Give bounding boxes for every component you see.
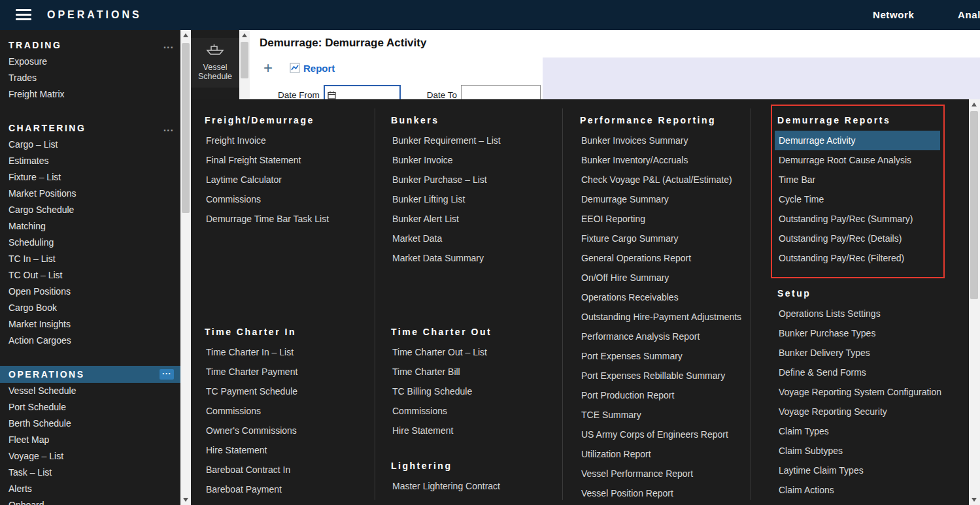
- menu-item[interactable]: Outstanding Pay/Rec (Details): [777, 229, 942, 248]
- menu-item[interactable]: Fixture Cargo Summary: [580, 229, 766, 248]
- menu-item[interactable]: Claim Actions: [777, 480, 942, 500]
- sidebar-item[interactable]: Exposure: [0, 54, 180, 70]
- sidebar-item[interactable]: Onboard: [0, 497, 180, 505]
- menu-item[interactable]: Bunker Requirement – List: [391, 131, 554, 150]
- section-more-icon[interactable]: ...: [163, 42, 174, 48]
- menu-item[interactable]: Bunker Purchase Types: [777, 323, 942, 343]
- menu-item[interactable]: Laytime Claim Types: [777, 461, 942, 480]
- menu-scrollbar[interactable]: [969, 99, 980, 505]
- scrollbar-thumb[interactable]: [241, 42, 248, 78]
- hamburger-icon[interactable]: [16, 9, 31, 21]
- scroll-up-icon[interactable]: [239, 30, 250, 41]
- menu-item[interactable]: US Army Corps of Engineers Report: [580, 425, 766, 444]
- menu-item[interactable]: Market Data: [391, 229, 554, 248]
- menu-item[interactable]: Vessel Position Report: [580, 483, 766, 503]
- menu-item[interactable]: Utilization Report: [580, 444, 766, 464]
- menu-item[interactable]: Voyage Reporting Security: [777, 402, 942, 421]
- sidebar-item[interactable]: Cargo – List: [0, 137, 180, 153]
- menu-item[interactable]: Bunker Lifting List: [391, 189, 554, 209]
- menu-item[interactable]: Bareboat Contract In: [205, 460, 368, 480]
- menu-item[interactable]: Cycle Time: [777, 189, 942, 209]
- menu-item[interactable]: Owner's Commissions: [205, 421, 368, 440]
- sidebar-item[interactable]: Trades: [0, 70, 180, 86]
- menu-item[interactable]: Bunker Alert List: [391, 209, 554, 229]
- sidebar-item[interactable]: Voyage – List: [0, 448, 180, 464]
- sidebar-item[interactable]: Estimates: [0, 153, 180, 169]
- sidebar-item[interactable]: Scheduling: [0, 235, 180, 251]
- menu-item[interactable]: Port Expenses Summary: [580, 346, 766, 366]
- sidebar-item[interactable]: Matching: [0, 218, 180, 235]
- menu-item[interactable]: Demurrage Time Bar Task List: [205, 209, 368, 229]
- menu-item[interactable]: Time Charter In – List: [205, 342, 368, 362]
- sidebar-item[interactable]: Cargo Book: [0, 300, 180, 316]
- menu-item[interactable]: Demurrage Activity: [775, 131, 940, 150]
- menu-item[interactable]: Bunker Inventory/Accruals: [580, 150, 766, 170]
- sidebar-item[interactable]: Alerts: [0, 481, 180, 497]
- scrollbar-thumb[interactable]: [970, 111, 978, 299]
- menu-item[interactable]: TC Billing Schedule: [391, 382, 554, 401]
- sidebar-item[interactable]: Cargo Schedule: [0, 202, 180, 218]
- menu-item[interactable]: EEOI Reporting: [580, 209, 766, 229]
- menu-item[interactable]: Final Freight Statement: [205, 150, 368, 170]
- menu-item[interactable]: Define & Send Forms: [777, 363, 942, 382]
- nav-network[interactable]: Network: [873, 0, 914, 30]
- menu-item[interactable]: Outstanding Pay/Rec (Summary): [777, 209, 942, 229]
- menu-item[interactable]: Commissions: [205, 401, 368, 421]
- menu-item[interactable]: Operations Receivables: [580, 287, 766, 307]
- add-button[interactable]: +: [263, 60, 273, 76]
- sidebar-item[interactable]: Vessel Schedule: [0, 383, 180, 399]
- scroll-up-icon[interactable]: [180, 30, 191, 41]
- menu-item[interactable]: Master Lightering Contract: [391, 476, 554, 496]
- menu-item[interactable]: Freight Invoice: [205, 131, 368, 150]
- menu-item[interactable]: Demurrage Root Cause Analysis: [777, 150, 942, 170]
- sidebar-item[interactable]: Berth Schedule: [0, 415, 180, 432]
- menu-item[interactable]: Performance Analysis Report: [580, 327, 766, 346]
- menu-item[interactable]: Port Production Report: [580, 385, 766, 405]
- menu-item[interactable]: Bunker Invoice: [391, 150, 554, 170]
- sidebar-item[interactable]: Fixture – List: [0, 169, 180, 186]
- sidebar-scrollbar[interactable]: [180, 30, 191, 505]
- sidebar-item[interactable]: TC Out – List: [0, 267, 180, 284]
- sidebar-item[interactable]: Market Insights: [0, 316, 180, 333]
- scroll-up-icon[interactable]: [969, 99, 979, 110]
- menu-item[interactable]: General Operations Report: [580, 248, 766, 268]
- menu-item[interactable]: Claim Subtypes: [777, 441, 942, 461]
- section-more-icon[interactable]: ...: [160, 369, 174, 380]
- menu-item[interactable]: Port Expenses Rebillable Summary: [580, 366, 766, 385]
- sidebar-item[interactable]: Port Schedule: [0, 399, 180, 415]
- menu-item[interactable]: Outstanding Hire-Payment Adjustments: [580, 307, 766, 327]
- menu-item[interactable]: Commissions: [391, 401, 554, 421]
- tab-vessel-schedule[interactable]: Vessel Schedule: [191, 38, 239, 88]
- menu-item[interactable]: Bunker Purchase – List: [391, 170, 554, 189]
- menu-item[interactable]: Commissions: [205, 189, 368, 209]
- menu-item[interactable]: TC Payment Schedule: [205, 382, 368, 401]
- menu-item[interactable]: Time Charter Payment: [205, 362, 368, 382]
- menu-item[interactable]: On/Off Hire Summary: [580, 268, 766, 287]
- section-more-icon[interactable]: ...: [163, 125, 174, 131]
- menu-item[interactable]: Bunker Delivery Types: [777, 343, 942, 363]
- menu-item[interactable]: Outstanding Pay/Rec (Filtered): [777, 248, 942, 268]
- sidebar-item[interactable]: Open Positions: [0, 284, 180, 300]
- scroll-down-icon[interactable]: [180, 495, 191, 505]
- sidebar-item[interactable]: Fleet Map: [0, 432, 180, 448]
- menu-item[interactable]: Market Data Summary: [391, 248, 554, 268]
- tab-strip-scrollbar[interactable]: [239, 30, 250, 99]
- menu-item[interactable]: Vessel Performance Report: [580, 464, 766, 483]
- menu-item[interactable]: Voyage Reporting System Configuration: [777, 382, 942, 402]
- menu-item[interactable]: Time Charter Out – List: [391, 342, 554, 362]
- menu-item[interactable]: Time Bar: [777, 170, 942, 189]
- menu-item[interactable]: Operations Lists Settings: [777, 304, 942, 323]
- sidebar-item[interactable]: Task – List: [0, 464, 180, 481]
- sidebar-header-operations[interactable]: OPERATIONS ...: [0, 366, 180, 383]
- scroll-down-icon[interactable]: [969, 495, 979, 505]
- sidebar-item[interactable]: Action Cargoes: [0, 333, 180, 349]
- menu-item[interactable]: Bareboat Payment: [205, 480, 368, 499]
- menu-item[interactable]: Demurrage Summary: [580, 189, 766, 209]
- menu-item[interactable]: Bunker Invoices Summary: [580, 131, 766, 150]
- menu-item[interactable]: Claim Types: [777, 421, 942, 441]
- menu-item[interactable]: Time Charter Bill: [391, 362, 554, 382]
- menu-item[interactable]: Hire Statement: [205, 440, 368, 460]
- nav-analytics[interactable]: Analytics: [958, 0, 980, 30]
- menu-item[interactable]: Hire Statement: [391, 421, 554, 440]
- menu-item[interactable]: Check Voyage P&L (Actual/Estimate): [580, 170, 766, 189]
